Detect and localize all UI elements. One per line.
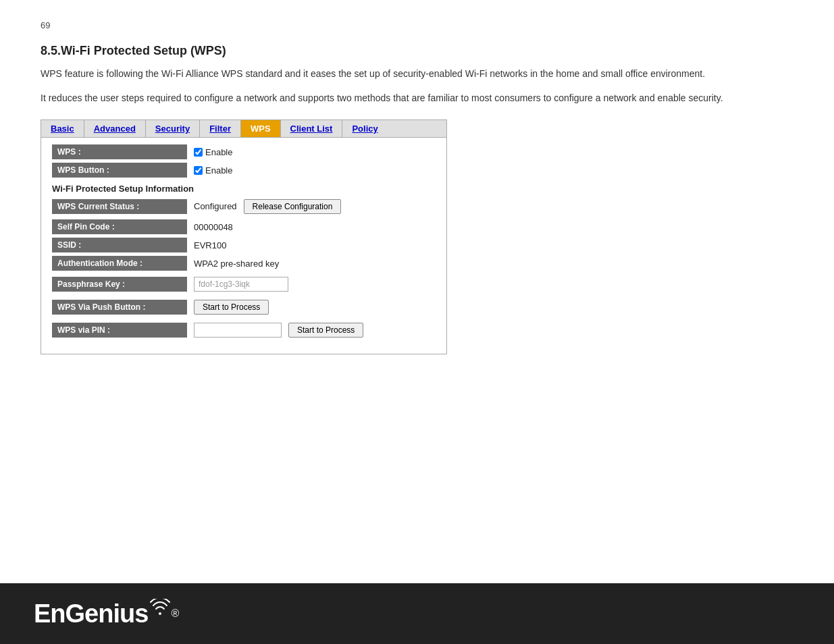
passphrase-key-value [187,274,295,294]
wps-push-button-row: WPS Via Push Button : Start to Process [52,297,436,317]
wps-button-value: Enable [187,163,239,178]
logo-text: EnGenius [34,599,148,628]
self-pin-code-text: 00000048 [194,222,233,232]
wps-pin-start-button[interactable]: Start to Process [288,323,363,338]
self-pin-code-value: 00000048 [187,219,240,235]
wps-row: WPS : Enable [52,144,436,160]
passphrase-key-label: Passphrase Key : [52,277,187,292]
tab-security[interactable]: Security [146,120,200,137]
intro-paragraph-1: WPS feature is following the Wi-Fi Allia… [41,66,793,81]
wps-current-status-label: WPS Current Status : [52,199,187,214]
wps-label: WPS : [52,144,187,159]
tab-client-list[interactable]: Client List [281,120,343,137]
tab-advanced[interactable]: Advanced [84,120,146,137]
ssid-row: SSID : EVR100 [52,238,436,253]
wps-push-button-label: WPS Via Push Button : [52,300,187,315]
wps-enable-label: Enable [194,147,232,157]
passphrase-key-input[interactable] [194,277,288,292]
logo-container: EnGenius ® [34,599,179,628]
wps-current-status-value: Configured Release Configuration [187,196,348,217]
wps-button-enable-text: Enable [205,165,232,176]
wps-enable-text: Enable [205,147,232,157]
ssid-text: EVR100 [194,240,226,250]
wps-pin-input[interactable] [194,323,282,338]
wps-enable-checkbox[interactable] [194,148,203,157]
wps-pin-row: WPS via PIN : Start to Process [52,320,436,340]
wps-push-start-button[interactable]: Start to Process [194,300,269,315]
wps-push-button-value: Start to Process [187,297,276,317]
wps-button-enable-label: Enable [194,165,232,176]
logo-registered: ® [171,608,179,620]
tab-basic[interactable]: Basic [41,120,84,137]
ssid-value: EVR100 [187,238,233,253]
wps-button-row: WPS Button : Enable [52,163,436,178]
section-title: 8.5.Wi-Fi Protected Setup (WPS) [41,44,793,58]
tab-bar: Basic Advanced Security Filter WPS Clien… [41,120,446,138]
ssid-label: SSID : [52,238,187,252]
auth-mode-label: Authentication Mode : [52,256,187,271]
wifi-icon [149,599,171,616]
auth-mode-row: Authentication Mode : WPA2 pre-shared ke… [52,256,436,271]
wps-button-label: WPS Button : [52,163,187,178]
wps-current-status-text: Configured [194,201,237,211]
page-number: 69 [41,20,793,30]
wps-panel: Basic Advanced Security Filter WPS Clien… [41,119,447,354]
wps-pin-value: Start to Process [187,320,370,340]
tab-wps[interactable]: WPS [241,120,281,137]
wps-info-header: Wi-Fi Protected Setup Information [52,184,436,194]
self-pin-code-label: Self Pin Code : [52,219,187,234]
auth-mode-text: WPA2 pre-shared key [194,259,279,269]
passphrase-key-row: Passphrase Key : [52,274,436,294]
wps-button-enable-checkbox[interactable] [194,166,203,175]
form-area: WPS : Enable WPS Button : Enable [41,138,446,354]
wps-pin-label: WPS via PIN : [52,323,187,338]
wps-value: Enable [187,144,239,160]
tab-filter[interactable]: Filter [200,120,241,137]
intro-paragraph-2: It reduces the user steps required to co… [41,90,793,105]
wps-current-status-row: WPS Current Status : Configured Release … [52,196,436,217]
release-configuration-button[interactable]: Release Configuration [244,199,342,214]
tab-policy[interactable]: Policy [342,120,387,137]
auth-mode-value: WPA2 pre-shared key [187,256,286,271]
self-pin-code-row: Self Pin Code : 00000048 [52,219,436,235]
footer: EnGenius ® [0,583,834,644]
